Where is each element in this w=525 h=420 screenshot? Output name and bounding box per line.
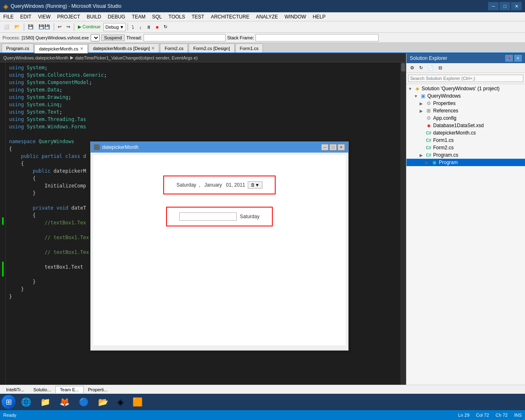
se-properties-button[interactable]: ⚙ bbox=[408, 64, 416, 72]
tree-item-form1[interactable]: C# Form1.cs bbox=[406, 137, 525, 144]
undo-button[interactable]: ↩ bbox=[56, 23, 64, 31]
tree-item-project[interactable]: ▼ ▣ QueryWindows bbox=[406, 92, 525, 100]
taskbar-firefox[interactable]: 🦊 bbox=[56, 395, 73, 409]
tree-item-appconfig[interactable]: ⚙ App.config bbox=[406, 114, 525, 122]
tree-item-properties[interactable]: ▶ ⚙ Properties bbox=[406, 100, 525, 107]
left-gutter bbox=[0, 62, 6, 394]
tab-datepicker-cs[interactable]: datepickerMonth.cs ✕ bbox=[34, 44, 87, 53]
minimize-button[interactable]: ─ bbox=[488, 2, 499, 10]
step-into-button[interactable]: ↓ bbox=[137, 23, 144, 31]
floating-window: datepickerMonth ─ □ ✕ Saturday , January… bbox=[90, 142, 349, 351]
taskbar-files[interactable]: 📁 bbox=[37, 395, 54, 409]
status-ins: INS bbox=[514, 413, 522, 418]
menu-project[interactable]: PROJECT bbox=[54, 12, 83, 21]
bottom-tab-intellitrace[interactable]: IntelliTr... bbox=[2, 386, 29, 393]
fw-min-button[interactable]: ─ bbox=[321, 144, 329, 151]
code-scrollbar[interactable] bbox=[400, 62, 406, 394]
taskbar-vs1[interactable]: ◈ bbox=[114, 395, 127, 409]
tree-label: Database1DataSet.xsd bbox=[433, 123, 484, 128]
save-button[interactable]: 💾 bbox=[26, 23, 36, 31]
tab-close-icon[interactable]: ✕ bbox=[80, 46, 83, 51]
open-button[interactable]: 📂 bbox=[12, 23, 22, 31]
taskbar-folder[interactable]: 📂 bbox=[94, 395, 112, 409]
new-button[interactable]: ⬜ bbox=[2, 23, 11, 31]
save-all-button[interactable]: 💾💾 bbox=[37, 23, 52, 31]
taskbar-ie[interactable]: 🌐 bbox=[17, 395, 35, 409]
tree-item-datepicker[interactable]: C# datepickerMonth.cs bbox=[406, 129, 525, 137]
tree-item-dataset[interactable]: ◈ Database1DataSet.xsd bbox=[406, 122, 525, 129]
taskbar-chrome[interactable]: 🔵 bbox=[75, 395, 93, 409]
tree-arrow bbox=[420, 116, 425, 121]
se-collapse-button[interactable]: ⊟ bbox=[436, 64, 444, 72]
sep1 bbox=[24, 23, 24, 31]
stop-button[interactable]: ■ bbox=[154, 23, 161, 31]
date-picker-button[interactable]: 🗓▼ bbox=[248, 181, 262, 189]
gutter-8 bbox=[0, 114, 5, 121]
bottom-tab-team[interactable]: Team E... bbox=[55, 386, 83, 393]
se-close-button[interactable]: ✕ bbox=[514, 55, 522, 62]
se-refresh-button[interactable]: ↻ bbox=[417, 64, 425, 72]
se-search-input[interactable] bbox=[408, 75, 523, 82]
tab-form1-cs[interactable]: Form1.cs bbox=[235, 43, 263, 52]
tab-datepicker-design[interactable]: datepickerMonth.cs [Design] ✕ bbox=[89, 43, 160, 52]
se-pin-button[interactable]: 📌 bbox=[505, 55, 513, 62]
menu-tools[interactable]: TOOLS bbox=[165, 12, 188, 21]
suspend-button[interactable]: Suspend bbox=[101, 34, 125, 41]
stack-frame-input[interactable] bbox=[256, 34, 379, 41]
tab-form2-cs[interactable]: Form2.cs bbox=[160, 43, 188, 52]
gutter-5 bbox=[0, 92, 5, 99]
step-over-button[interactable]: ⤵ bbox=[130, 23, 136, 31]
menu-debug[interactable]: DEBUG bbox=[105, 12, 129, 21]
pause-button[interactable]: ⏸ bbox=[144, 23, 153, 31]
tab-label: Form2.cs bbox=[164, 46, 183, 51]
menu-analyze[interactable]: ANALYZE bbox=[253, 12, 281, 21]
menu-test[interactable]: TEST bbox=[188, 12, 208, 21]
bottom-tab-solution[interactable]: Solutio... bbox=[29, 386, 55, 393]
tree-item-references[interactable]: ▶ ⊞ References bbox=[406, 107, 525, 114]
bottom-tab-properties[interactable]: Properti... bbox=[84, 386, 112, 393]
tab-label: Program.cs bbox=[6, 46, 29, 51]
menu-window[interactable]: WINDOW bbox=[281, 12, 310, 21]
start-button[interactable]: ⊞ bbox=[2, 395, 16, 409]
tree-arrow bbox=[420, 131, 425, 135]
menu-team[interactable]: TEAM bbox=[128, 12, 148, 21]
menu-architecture[interactable]: ARCHITECTURE bbox=[208, 12, 253, 21]
maximize-button[interactable]: □ bbox=[500, 2, 510, 10]
menu-help[interactable]: HELP bbox=[309, 12, 329, 21]
taskbar-vs2[interactable]: 🟧 bbox=[129, 395, 146, 409]
tree-label: Form2.cs bbox=[433, 145, 454, 151]
code-line: using System.Threading.Tas bbox=[9, 116, 397, 123]
redo-button[interactable]: ↪ bbox=[64, 23, 72, 31]
datepicker-container: Saturday , January 01, 2011 🗓▼ bbox=[101, 176, 338, 194]
tree-item-form2[interactable]: C# Form2.cs bbox=[406, 144, 525, 151]
code-line: using System.ComponentModel; bbox=[9, 79, 397, 86]
menu-file[interactable]: FILE bbox=[0, 12, 17, 21]
properties-icon: ⚙ bbox=[425, 100, 432, 107]
restart-button[interactable]: ↻ bbox=[162, 23, 169, 31]
menu-edit[interactable]: EDIT bbox=[17, 12, 34, 21]
tab-close-icon[interactable]: ✕ bbox=[151, 46, 155, 50]
debug-dropdown[interactable]: Debug▼ bbox=[103, 23, 126, 31]
thread-input[interactable] bbox=[144, 34, 226, 41]
cs-file-icon: C# bbox=[425, 130, 432, 136]
se-show-files-button[interactable]: 📄 bbox=[426, 64, 436, 72]
tab-form2-design[interactable]: Form2.cs [Design] bbox=[189, 43, 234, 52]
menu-build[interactable]: BUILD bbox=[83, 12, 104, 21]
continue-button[interactable]: ▶ Continue bbox=[76, 23, 103, 31]
menu-view[interactable]: VIEW bbox=[35, 12, 54, 21]
tree-item-solution[interactable]: ▼ ◈ Solution 'QueryWindows' (1 project) bbox=[406, 85, 525, 92]
close-button[interactable]: ✕ bbox=[511, 2, 522, 10]
textbox-input[interactable] bbox=[179, 212, 237, 221]
se-tree: ▼ ◈ Solution 'QueryWindows' (1 project) … bbox=[406, 84, 525, 394]
tree-label: References bbox=[433, 108, 458, 114]
menu-sql[interactable]: SQL bbox=[149, 12, 165, 21]
tree-label: Program bbox=[439, 160, 458, 165]
tree-label: datepickerMonth.cs bbox=[433, 130, 476, 136]
tree-item-program-class[interactable]: ▶ ◉ Program bbox=[406, 159, 525, 166]
fw-close-button[interactable]: ✕ bbox=[338, 144, 345, 151]
tab-program-cs[interactable]: Program.cs bbox=[2, 43, 34, 52]
tree-item-programcs[interactable]: ▶ C# Program.cs bbox=[406, 151, 525, 159]
process-select[interactable] bbox=[91, 34, 100, 41]
fw-max-button[interactable]: □ bbox=[329, 144, 337, 151]
scroll-thumb[interactable] bbox=[401, 63, 405, 71]
